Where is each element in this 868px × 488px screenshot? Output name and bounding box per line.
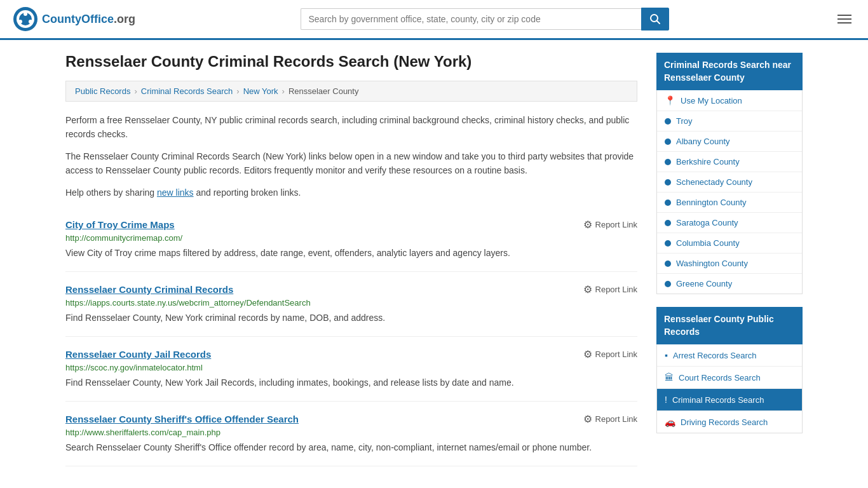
search-input[interactable] — [301, 8, 641, 30]
criminal-records-icon: ! — [665, 395, 667, 405]
driving-records-icon: 🚗 — [665, 417, 675, 427]
sidebar-link-label: Court Records Search — [679, 373, 761, 383]
report-icon: ⚙ — [583, 348, 592, 360]
sidebar-nearby-albany[interactable]: Albany County — [657, 132, 802, 152]
breadcrumb-public-records[interactable]: Public Records — [75, 86, 130, 96]
resource-desc: Search Rensselaer County Sheriff's Offic… — [65, 441, 637, 454]
breadcrumb-sep-2: › — [236, 86, 239, 96]
header: CountyOffice.org — [0, 0, 868, 40]
resource-header: City of Troy Crime Maps ⚙ Report Link — [65, 219, 637, 231]
resource-url: https://scoc.ny.gov/inmatelocator.html — [65, 363, 637, 372]
sidebar-nearby-label: Washington County — [676, 259, 748, 268]
resource-header: Rensselaer County Criminal Records ⚙ Rep… — [65, 283, 637, 295]
new-links-link[interactable]: new links — [157, 187, 194, 198]
svg-point-4 — [29, 20, 32, 24]
breadcrumb: Public Records › Criminal Records Search… — [65, 81, 637, 102]
resource-desc: View City of Troy crime maps filtered by… — [65, 247, 637, 260]
resource-title-link[interactable]: Rensselaer County Criminal Records — [65, 284, 233, 295]
sidebar-nearby-label: Columbia County — [676, 238, 740, 248]
sidebar-nearby-washington[interactable]: Washington County — [657, 254, 802, 274]
sidebar-nearby-berkshire[interactable]: Berkshire County — [657, 152, 802, 172]
resource-title-link[interactable]: Rensselaer County Jail Records — [65, 349, 211, 360]
report-link-button[interactable]: ⚙ Report Link — [583, 219, 637, 231]
location-dot-icon — [665, 159, 671, 165]
sidebar-nearby-greene[interactable]: Greene County — [657, 274, 802, 294]
report-link-button[interactable]: ⚙ Report Link — [583, 348, 637, 360]
sidebar-public-records-links: ▪ Arrest Records Search 🏛 Court Records … — [656, 344, 803, 433]
location-pin-icon: 📍 — [665, 95, 675, 105]
sidebar-link-label: Arrest Records Search — [673, 351, 757, 360]
sidebar-link-label: Criminal Records Search — [672, 395, 764, 405]
sidebar: Criminal Records Search near Rensselaer … — [656, 53, 803, 466]
description-para1: Perform a free Rensselaer County, NY pub… — [65, 113, 637, 142]
location-dot-icon — [665, 139, 671, 145]
sidebar-nearby-saratoga[interactable]: Saratoga County — [657, 213, 802, 233]
resource-url: https://iapps.courts.state.ny.us/webcrim… — [65, 298, 637, 308]
resources-list: City of Troy Crime Maps ⚙ Report Link ht… — [65, 207, 637, 466]
sidebar-nearby-label: Saratoga County — [676, 218, 738, 227]
breadcrumb-sep-1: › — [134, 86, 137, 96]
resource-url: http://www.sheriffalerts.com/cap_main.ph… — [65, 428, 637, 437]
breadcrumb-sep-3: › — [282, 86, 285, 96]
sidebar-nearby-use-location[interactable]: 📍 Use My Location — [657, 90, 802, 111]
location-dot-icon — [665, 261, 671, 267]
sidebar-nearby-section: Criminal Records Search near Rensselaer … — [656, 53, 803, 294]
breadcrumb-current: Rensselaer County — [288, 86, 359, 96]
sidebar-nearby-label: Greene County — [676, 279, 732, 288]
description-para3: Help others by sharing new links and rep… — [65, 186, 637, 200]
hamburger-menu-button[interactable] — [834, 11, 855, 27]
resource-desc: Find Rensselaer County, New York Jail Re… — [65, 376, 637, 390]
sidebar-arrest-records[interactable]: ▪ Arrest Records Search — [657, 344, 802, 367]
location-dot-icon — [665, 118, 671, 125]
report-link-button[interactable]: ⚙ Report Link — [583, 283, 637, 295]
sidebar-public-records-title: Rensselaer County Public Records — [656, 307, 803, 344]
sidebar-nearby-title: Criminal Records Search near Rensselaer … — [656, 53, 803, 90]
resource-title-link[interactable]: Rensselaer County Sheriff's Office Offen… — [65, 414, 299, 424]
sidebar-nearby-schenectady[interactable]: Schenectady County — [657, 172, 802, 193]
sidebar-criminal-records[interactable]: ! Criminal Records Search — [657, 389, 802, 411]
search-icon — [649, 13, 661, 25]
arrest-records-icon: ▪ — [665, 350, 668, 360]
sidebar-nearby-label: Albany County — [676, 137, 730, 146]
resource-header: Rensselaer County Jail Records ⚙ Report … — [65, 348, 637, 360]
resource-item: Rensselaer County Criminal Records ⚙ Rep… — [65, 272, 637, 337]
resource-item: City of Troy Crime Maps ⚙ Report Link ht… — [65, 207, 637, 272]
location-dot-icon — [665, 220, 671, 226]
logo-icon — [13, 6, 38, 32]
sidebar-driving-records[interactable]: 🚗 Driving Records Search — [657, 411, 802, 433]
sidebar-nearby-label: Use My Location — [681, 96, 742, 105]
location-dot-icon — [665, 281, 671, 287]
logo-area: CountyOffice.org — [13, 6, 135, 32]
sidebar-nearby-columbia[interactable]: Columbia County — [657, 233, 802, 254]
sidebar-link-label: Driving Records Search — [681, 417, 768, 427]
sidebar-public-records-section: Rensselaer County Public Records ▪ Arres… — [656, 307, 803, 433]
report-icon: ⚙ — [583, 283, 592, 295]
breadcrumb-criminal-records[interactable]: Criminal Records Search — [141, 86, 233, 96]
sidebar-nearby-label: Schenectady County — [676, 177, 752, 187]
court-records-icon: 🏛 — [665, 372, 674, 383]
resource-item: Rensselaer County Jail Records ⚙ Report … — [65, 337, 637, 402]
sidebar-nearby-troy[interactable]: Troy — [657, 111, 802, 132]
sidebar-nearby-label: Bennington County — [676, 198, 747, 207]
resource-item: Rensselaer County Sheriff's Office Offen… — [65, 402, 637, 466]
location-dot-icon — [665, 179, 671, 186]
resource-title-link[interactable]: City of Troy Crime Maps — [65, 219, 175, 230]
logo-text: CountyOffice.org — [42, 13, 135, 26]
report-link-button[interactable]: ⚙ Report Link — [583, 413, 637, 425]
resource-url: http://communitycrimemap.com/ — [65, 233, 637, 243]
location-dot-icon — [665, 240, 671, 247]
sidebar-nearby-label: Berkshire County — [676, 157, 740, 166]
description-para2: The Rensselaer County Criminal Records S… — [65, 149, 637, 178]
sidebar-nearby-label: Troy — [676, 116, 693, 126]
breadcrumb-new-york[interactable]: New York — [243, 86, 278, 96]
search-area — [301, 8, 669, 30]
search-button[interactable] — [641, 8, 669, 30]
resource-desc: Find Rensselaer County, New York crimina… — [65, 311, 637, 325]
sidebar-court-records[interactable]: 🏛 Court Records Search — [657, 367, 802, 389]
sidebar-nearby-bennington[interactable]: Bennington County — [657, 193, 802, 213]
svg-point-5 — [18, 20, 22, 24]
report-icon: ⚙ — [583, 219, 592, 231]
main-container: Rensselaer County Criminal Records Searc… — [53, 40, 815, 479]
report-icon: ⚙ — [583, 413, 592, 425]
resource-header: Rensselaer County Sheriff's Office Offen… — [65, 413, 637, 425]
